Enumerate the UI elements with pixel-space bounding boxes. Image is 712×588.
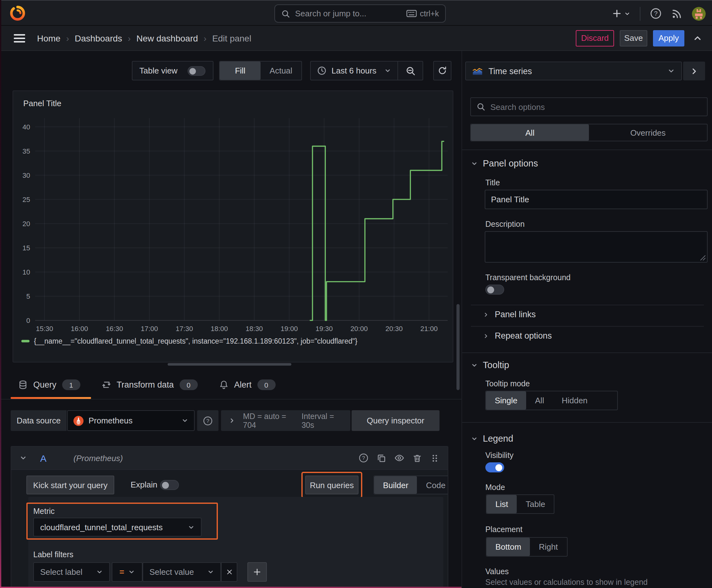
table-view-label: Table view xyxy=(139,66,177,76)
tab-alert[interactable]: Alert 0 xyxy=(219,371,276,399)
legend-mode-label: Mode xyxy=(486,483,505,492)
breadcrumb-home[interactable]: Home xyxy=(37,33,61,43)
time-series-chart[interactable]: 051015202530354015:3016:0016:3017:0017:3… xyxy=(13,91,454,362)
breadcrumb-dashboards[interactable]: Dashboards xyxy=(75,33,122,43)
datasource-name: Prometheus xyxy=(88,416,176,425)
datasource-help-icon[interactable]: ? xyxy=(197,410,218,431)
tab-transform-data[interactable]: Transform data 0 xyxy=(102,371,198,399)
tab-all[interactable]: All xyxy=(471,124,589,141)
options-search-placeholder: Search options xyxy=(490,102,545,111)
actual-option[interactable]: Actual xyxy=(261,62,301,80)
grafana-logo-icon[interactable] xyxy=(9,5,26,21)
duplicate-query-icon[interactable] xyxy=(377,453,386,463)
chevron-down-icon xyxy=(181,417,188,424)
chevron-right-icon xyxy=(229,417,235,424)
fill-actual-switch: Fill Actual xyxy=(219,61,302,80)
pane-resize-handle[interactable] xyxy=(168,363,291,365)
panel-links-collapsed-section[interactable]: Panel links xyxy=(483,310,536,319)
user-avatar[interactable] xyxy=(692,6,706,20)
section-tooltip-title: Tooltip xyxy=(483,360,509,370)
add-new-button[interactable] xyxy=(612,9,630,18)
explain-toggle[interactable] xyxy=(160,480,179,490)
query-options-summary[interactable]: MD = auto = 704 Interval = 30s xyxy=(221,410,350,431)
x-axis-tick-label: 17:30 xyxy=(176,325,193,333)
code-option[interactable]: Code xyxy=(417,476,448,494)
legend-mode-table[interactable]: Table xyxy=(517,495,554,513)
legend-visibility-toggle[interactable] xyxy=(486,462,504,472)
transparent-background-toggle[interactable] xyxy=(486,285,504,295)
select-value-dropdown[interactable]: Select value xyxy=(143,562,221,582)
time-range-group: Last 6 hours xyxy=(310,61,423,80)
toggle-visibility-eye-icon[interactable] xyxy=(394,453,404,463)
section-legend[interactable]: Legend xyxy=(471,432,513,445)
drag-handle-grip-icon[interactable] xyxy=(430,453,439,463)
chevron-down-icon xyxy=(96,569,103,575)
visualization-panel[interactable]: 051015202530354015:3016:0016:3017:0017:3… xyxy=(13,90,453,362)
add-filter-button[interactable] xyxy=(247,562,267,582)
tab-query[interactable]: Query 1 xyxy=(18,371,80,399)
chevron-down-icon xyxy=(471,361,478,369)
tab-alert-label: Alert xyxy=(234,380,252,390)
chart-legend[interactable]: {__name__="cloudflared_tunnel_total_requ… xyxy=(21,337,357,345)
builder-option[interactable]: Builder xyxy=(374,476,417,494)
operator-dropdown[interactable]: = xyxy=(112,562,143,582)
fill-option[interactable]: Fill xyxy=(220,62,261,80)
tooltip-mode-all[interactable]: All xyxy=(526,391,553,410)
panel-title-input[interactable]: Panel Title xyxy=(485,190,708,209)
repeat-options-collapsed-section[interactable]: Repeat options xyxy=(483,331,552,340)
metric-label: Metric xyxy=(33,507,55,516)
datasource-picker[interactable]: Prometheus xyxy=(67,410,195,431)
save-button[interactable]: Save xyxy=(620,30,647,46)
tab-overrides[interactable]: Overrides xyxy=(589,124,707,141)
datasource-row: Data source Prometheus ? xyxy=(0,410,461,431)
kick-start-query-button[interactable]: Kick start your query xyxy=(26,476,114,495)
menu-hamburger-icon[interactable] xyxy=(14,34,25,42)
apply-button[interactable]: Apply xyxy=(653,30,684,46)
global-search-input[interactable]: Search or jump to... ctrl+k xyxy=(274,4,446,23)
query-row-header[interactable]: A (Prometheus) ? xyxy=(11,447,448,470)
max-data-points: MD = auto = 704 xyxy=(243,412,294,429)
visualization-picker[interactable]: Time series xyxy=(465,62,682,80)
legend-placement-label: Placement xyxy=(486,525,522,534)
table-view-toggle[interactable] xyxy=(188,66,206,76)
tooltip-mode-single[interactable]: Single xyxy=(486,391,526,410)
select-label-dropdown[interactable]: Select label xyxy=(33,562,110,582)
breadcrumb-new-dashboard[interactable]: New dashboard xyxy=(136,33,198,43)
discard-button[interactable]: Discard xyxy=(576,30,614,46)
panel-description-textarea[interactable] xyxy=(485,231,708,262)
collapse-pane-chevron-right-icon[interactable] xyxy=(683,62,705,80)
section-tooltip[interactable]: Tooltip xyxy=(471,358,509,372)
zoom-out-time-button[interactable] xyxy=(397,62,423,80)
window-edge-left xyxy=(0,0,1,588)
chevron-down-icon xyxy=(207,569,214,575)
table-view-toggle-group[interactable]: Table view xyxy=(132,61,214,80)
query-help-icon[interactable]: ? xyxy=(359,453,369,463)
run-queries-button[interactable]: Run queries xyxy=(305,476,359,495)
remove-filter-button[interactable] xyxy=(221,562,237,582)
section-panel-options[interactable]: Panel options xyxy=(471,156,538,170)
news-rss-icon[interactable] xyxy=(671,8,683,19)
legend-visibility-label: Visibility xyxy=(486,451,514,460)
time-range-picker[interactable]: Last 6 hours xyxy=(311,62,397,80)
legend-placement-right[interactable]: Right xyxy=(530,538,567,556)
chevron-down-icon[interactable] xyxy=(19,454,27,462)
top-bar: Search or jump to... ctrl+k ? xyxy=(0,0,712,26)
tooltip-mode-hidden[interactable]: Hidden xyxy=(553,391,596,410)
metric-select[interactable]: cloudflared_tunnel_total_requests xyxy=(33,518,201,537)
grafana-edit-panel-screen: Search or jump to... ctrl+k ? xyxy=(0,0,712,588)
help-icon[interactable]: ? xyxy=(650,7,662,19)
refresh-button[interactable] xyxy=(433,61,451,80)
y-axis-tick-label: 5 xyxy=(26,292,30,300)
collapse-options-chevron-up-icon[interactable] xyxy=(690,34,705,42)
options-search-input[interactable]: Search options xyxy=(470,97,708,116)
x-axis-tick-label: 17:00 xyxy=(141,325,158,333)
legend-placement-bottom[interactable]: Bottom xyxy=(487,538,530,556)
nav-bar: Home › Dashboards › New dashboard › Edit… xyxy=(0,26,712,51)
legend-series-name[interactable]: {__name__="cloudflared_tunnel_total_requ… xyxy=(34,337,357,345)
query-inspector-button[interactable]: Query inspector xyxy=(352,410,439,431)
textarea-resize-handle[interactable] xyxy=(700,255,706,261)
edit-panel-left-pane: Table view Fill Actual Last 6 hours xyxy=(0,51,461,588)
delete-query-trash-icon[interactable] xyxy=(412,453,422,463)
breadcrumb-separator: › xyxy=(66,33,69,43)
legend-mode-list[interactable]: List xyxy=(487,495,517,513)
